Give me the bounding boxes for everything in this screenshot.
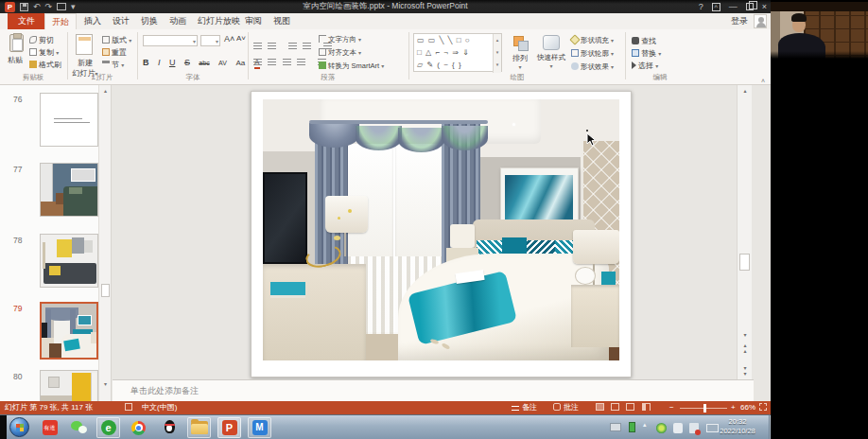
scroll-down-icon[interactable]: ▾	[738, 329, 753, 342]
slide-scrollbar[interactable]: ▴ ▾ ▴▴ ▾▾	[737, 85, 752, 379]
copy-button[interactable]: 复制 ▾	[29, 47, 59, 58]
slide-thumbnail-80[interactable]	[40, 370, 98, 401]
shapes-gallery-scrollbar[interactable]: ▴▾▾	[493, 34, 501, 73]
taskbar-mockplus-icon[interactable]: M	[248, 417, 271, 438]
tab-review[interactable]: 审阅	[238, 13, 269, 29]
start-button[interactable]	[9, 417, 29, 437]
format-painter-button[interactable]: 格式刷	[29, 60, 61, 70]
grow-font-button[interactable]: A˄	[224, 34, 234, 44]
align-center-icon[interactable]	[268, 59, 276, 66]
tray-360safe-icon[interactable]	[656, 423, 667, 433]
align-text-button[interactable]: 对齐文本 ▾	[319, 48, 361, 58]
account-avatar-icon[interactable]	[754, 14, 767, 28]
quick-styles-button[interactable]: 快速样式 ▾	[535, 35, 567, 69]
spellcheck-icon[interactable]	[125, 403, 135, 413]
reading-view-button[interactable]	[626, 403, 634, 411]
taskbar-clock[interactable]: 20:32 2022/10/28	[709, 417, 766, 436]
thumbnail-scroll-thumb[interactable]	[101, 284, 110, 297]
thumbnail-scroll-down-icon[interactable]: ▾	[99, 378, 112, 390]
taskbar-wechat-icon[interactable]	[67, 417, 91, 438]
tab-animations[interactable]: 动画	[163, 13, 193, 29]
reset-button[interactable]: 重置	[102, 47, 127, 58]
shapes-gallery[interactable]: ▭ ▭ ╲ ╲ □ ○ □ △ ⌐ ¬ ⇒ ⇓ ▱ ✎ ( ~ { } ▴▾▾	[413, 33, 502, 72]
numbering-icon[interactable]	[268, 43, 276, 50]
zoom-percentage[interactable]: 66%	[740, 403, 755, 413]
italic-button[interactable]: I	[158, 58, 161, 67]
strikethrough-button[interactable]: S	[184, 58, 190, 67]
arrange-button[interactable]: 排列 ▾	[507, 35, 533, 70]
minimize-button[interactable]: —	[729, 1, 738, 12]
tray-battery-icon[interactable]	[629, 422, 635, 432]
character-spacing-button[interactable]: AV	[218, 60, 227, 66]
close-button[interactable]: ×	[762, 1, 767, 12]
next-slide-button[interactable]: ▾▾	[738, 365, 753, 377]
ribbon-display-button[interactable]: ^	[712, 3, 720, 11]
sign-in-link[interactable]: 登录	[731, 13, 748, 29]
shapes-row-2[interactable]: □ △ ⌐ ¬ ⇒ ⇓	[414, 46, 501, 59]
taskbar-qq-icon[interactable]	[157, 417, 181, 438]
underline-button[interactable]: U	[169, 58, 176, 67]
taskbar-youdao-icon[interactable]: 有道	[38, 417, 61, 438]
slide-thumbnail-79-selected[interactable]	[40, 302, 98, 360]
thumbnail-scrollbar[interactable]: ▴ ▾	[98, 85, 111, 401]
help-button[interactable]: ?	[699, 1, 703, 12]
notes-placeholder[interactable]: 单击此处添加备注	[130, 385, 199, 397]
shapes-row-1[interactable]: ▭ ▭ ╲ ╲ □ ○	[414, 34, 501, 46]
taskbar-chrome-icon[interactable]	[127, 417, 150, 438]
zoom-in-button[interactable]: +	[731, 403, 736, 413]
normal-view-button[interactable]	[596, 403, 604, 411]
replace-button[interactable]: 替换 ▾	[632, 48, 661, 59]
tray-app-icon[interactable]	[673, 423, 683, 433]
notes-toggle[interactable]: 备注	[512, 403, 537, 413]
previous-slide-button[interactable]: ▴▴	[738, 342, 753, 354]
tab-home[interactable]: 开始	[44, 13, 77, 29]
scroll-up-icon[interactable]: ▴	[738, 85, 753, 97]
paste-button[interactable]: 粘贴	[8, 55, 23, 65]
tab-insert[interactable]: 插入	[78, 13, 108, 29]
zoom-out-button[interactable]: −	[669, 403, 674, 413]
decrease-indent-icon[interactable]	[288, 43, 297, 50]
tab-transitions[interactable]: 切换	[134, 13, 165, 29]
tray-show-hidden-icon[interactable]: ▴	[643, 421, 647, 429]
change-case-button[interactable]: Aa	[235, 59, 245, 67]
align-right-icon[interactable]	[283, 59, 291, 66]
tab-view[interactable]: 视图	[267, 13, 297, 29]
slide-79[interactable]	[251, 91, 632, 378]
layout-button[interactable]: 版式 ▾	[102, 35, 131, 45]
increase-indent-icon[interactable]	[303, 43, 311, 50]
comments-toggle[interactable]: 批注	[553, 403, 579, 413]
thumbnail-scroll-up-icon[interactable]: ▴	[99, 85, 112, 97]
tray-flag-icon[interactable]	[689, 423, 699, 433]
taskbar-powerpoint-icon[interactable]: P	[217, 417, 241, 438]
restore-button[interactable]	[746, 3, 754, 10]
cut-button[interactable]: 剪切	[29, 35, 54, 45]
convert-smartart-button[interactable]: 转换为 SmartArt ▾	[319, 61, 384, 71]
zoom-slider-thumb[interactable]	[703, 404, 706, 413]
font-name-combobox[interactable]	[143, 35, 198, 46]
align-left-icon[interactable]	[253, 59, 262, 66]
bullets-icon[interactable]	[253, 43, 262, 50]
slide-thumbnail-77[interactable]	[40, 163, 98, 217]
section-button[interactable]: 节 ▾	[102, 60, 124, 70]
slideshow-view-button[interactable]	[642, 403, 651, 411]
slide-sorter-view-button[interactable]	[611, 403, 619, 411]
text-direction-button[interactable]: 文字方向 ▾	[319, 35, 361, 44]
notes-pane[interactable]: 单击此处添加备注	[113, 379, 754, 401]
font-size-combobox[interactable]	[200, 35, 220, 46]
taskbar-360browser-icon[interactable]: e	[96, 417, 120, 438]
shapes-row-3[interactable]: ▱ ✎ ( ~ { }	[414, 59, 501, 71]
collapse-ribbon-icon[interactable]: ˄	[761, 78, 765, 84]
language-indicator[interactable]: 中文(中国)	[142, 403, 177, 413]
slide-thumbnail-78[interactable]	[40, 234, 98, 288]
tray-ime-icon[interactable]	[610, 423, 621, 431]
slide-thumbnail-76[interactable]	[40, 93, 98, 147]
tab-design[interactable]: 设计	[106, 13, 136, 29]
find-button[interactable]: 查找	[632, 36, 656, 46]
justify-icon[interactable]	[297, 59, 305, 66]
shape-effects-button[interactable]: 形状效果 ▾	[571, 62, 614, 72]
select-button[interactable]: 选择 ▾	[632, 61, 658, 71]
paste-icon[interactable]	[9, 34, 24, 52]
bold-button[interactable]: B	[143, 58, 149, 67]
text-shadow-button[interactable]: abc	[199, 60, 209, 66]
shrink-font-button[interactable]: A˅	[236, 34, 246, 43]
